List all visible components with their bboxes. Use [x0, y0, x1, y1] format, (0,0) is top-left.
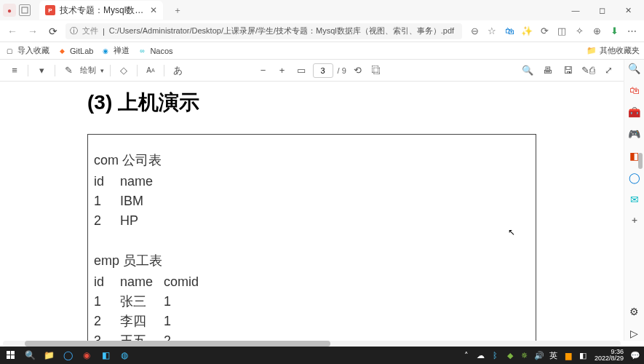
tray-app-icon[interactable]: ◆ — [504, 349, 516, 361]
address-bar-row: ← → ⟳ ⓘ 文件 | C:/Users/Administrator/Desk… — [0, 20, 644, 42]
shopping-icon[interactable]: 🛍 — [501, 23, 517, 39]
tray-volume-icon[interactable]: 🔊 — [533, 349, 545, 361]
windows-taskbar: 🔍 📁 ◯ ◉ ◧ ◍ ˄ ☁ ᛒ ◆ ✵ 🔊 英 ▆ ◧ 9:36 2022/… — [0, 347, 644, 364]
file-explorer-icon[interactable]: 📁 — [41, 348, 57, 363]
taskbar-app-1-icon[interactable]: ◯ — [60, 348, 76, 363]
tray-ime-icon[interactable]: 英 — [548, 349, 560, 361]
horizontal-scroll-thumb[interactable] — [25, 341, 330, 347]
pdf-page: (3) 上机演示 com 公司表 id name 1 IBM 2 HP — [0, 82, 624, 341]
new-tab-button[interactable]: ＋ — [169, 1, 186, 19]
favorite-icon[interactable]: ☆ — [484, 23, 500, 39]
bookmark-nacos[interactable]: ∞ Nacos — [137, 46, 172, 56]
taskbar-search-icon[interactable]: 🔍 — [22, 348, 38, 363]
address-bar[interactable]: ⓘ 文件 | C:/Users/Administrator/Desktop/上课… — [65, 23, 462, 39]
minimize-button[interactable]: — — [562, 0, 589, 20]
search-in-pdf-icon[interactable]: 🔍 — [520, 63, 535, 78]
browser-titlebar: ● P 技术专题：Mysql数据库（视图… ✕ ＋ — ◻ ✕ — [0, 0, 644, 20]
bookmark-gitlab[interactable]: ◆ GitLab — [57, 46, 93, 56]
com-h0: id — [94, 172, 120, 191]
emp-h2: comid — [164, 272, 200, 292]
browser-tab[interactable]: P 技术专题：Mysql数据库（视图… ✕ — [39, 1, 163, 20]
sidebar-add-icon[interactable]: ＋ — [630, 214, 639, 226]
page-total: / 9 — [338, 66, 346, 75]
com-row-1: 1 IBM — [94, 191, 530, 211]
notifications-icon[interactable]: 💬 — [629, 349, 641, 361]
url-path: C:/Users/Administrator/Desktop/上课录屏/学生/技… — [109, 25, 454, 36]
section-heading: (3) 上机演示 — [87, 89, 536, 116]
horizontal-scrollbar[interactable] — [3, 341, 621, 347]
info-icon[interactable]: ⓘ — [70, 25, 78, 36]
draw-label[interactable]: 绘制 — [80, 65, 96, 76]
svg-rect-1 — [7, 351, 10, 355]
gitlab-label: GitLab — [70, 47, 93, 55]
rotate-icon[interactable]: ⟲ — [351, 63, 365, 78]
taskbar-clock[interactable]: 9:36 2022/8/29 — [592, 349, 627, 362]
draw-tool-icon[interactable]: ✎ — [61, 63, 76, 78]
close-window-button[interactable]: ✕ — [615, 0, 641, 20]
fullscreen-icon[interactable]: ⤢ — [602, 63, 616, 78]
split-screen-icon[interactable]: ◫ — [554, 23, 570, 39]
profile-avatar[interactable]: ● — [3, 4, 16, 17]
refresh-button[interactable]: ⟳ — [45, 23, 61, 39]
nacos-icon: ∞ — [137, 46, 147, 56]
svg-rect-4 — [11, 355, 15, 359]
nacos-label: Nacos — [150, 47, 172, 55]
tray-bluetooth-icon[interactable]: ᛒ — [490, 349, 501, 361]
url-prefix: 文件 — [82, 25, 98, 36]
translate-icon[interactable]: あ — [170, 63, 185, 78]
folder-icon: 📁 — [587, 46, 597, 55]
draw-dropdown-icon[interactable]: ▾ — [100, 67, 104, 74]
sync-icon[interactable]: ⟳ — [536, 23, 552, 39]
mouse-cursor-icon: ↖ — [508, 227, 515, 237]
toc-icon[interactable]: ≡ — [7, 63, 22, 78]
emp-h1: name — [120, 272, 164, 292]
tab-title: 技术专题：Mysql数据库（视图… — [60, 4, 146, 17]
emp-row-3: 3 王五 2 — [94, 331, 530, 341]
tray-up-icon[interactable]: ˄ — [461, 349, 472, 361]
zoom-indicator-icon[interactable]: ⊖ — [466, 23, 482, 39]
tray-extra-icon[interactable]: ◧ — [577, 349, 589, 361]
bookmark-chandao[interactable]: ◉ 禅道 — [100, 45, 130, 56]
page-view-icon[interactable]: ⿻ — [370, 63, 384, 78]
taskbar-app-3-icon[interactable]: ◧ — [98, 348, 114, 363]
tray-network-icon[interactable]: ▆ — [562, 349, 574, 361]
taskbar-app-2-icon[interactable]: ◉ — [79, 348, 95, 363]
edge-taskbar-icon[interactable]: ◍ — [116, 348, 132, 363]
back-button[interactable]: ← — [4, 23, 20, 39]
highlight-dropdown-icon[interactable]: ▾ — [34, 63, 49, 78]
zoom-out-icon[interactable]: − — [256, 63, 271, 78]
downloads-icon[interactable]: ⬇ — [606, 23, 622, 39]
forward-button: → — [25, 23, 41, 39]
start-button[interactable] — [3, 348, 19, 363]
chandao-icon: ◉ — [100, 46, 111, 56]
collections-icon[interactable]: ⊕ — [589, 23, 605, 39]
maximize-button[interactable]: ◻ — [589, 0, 615, 20]
fit-page-icon[interactable]: ▭ — [294, 63, 309, 78]
text-size-icon[interactable]: AA — [143, 63, 158, 78]
pdf-file-icon: P — [45, 5, 55, 15]
clock-date: 2022/8/29 — [595, 355, 624, 362]
url-divider: | — [103, 27, 105, 36]
tray-onedrive-icon[interactable]: ☁ — [475, 349, 487, 361]
other-bookmarks[interactable]: 其他收藏夹 — [600, 45, 640, 56]
app-menu-icon[interactable] — [19, 4, 31, 16]
import-bookmarks[interactable]: ▢ 导入收藏 — [4, 45, 49, 56]
erase-icon[interactable]: ◇ — [116, 63, 131, 78]
print-icon[interactable]: 🖶 — [541, 63, 555, 78]
save-icon[interactable]: 🖫 — [561, 63, 576, 78]
settings-menu-icon[interactable]: ⋯ — [624, 23, 640, 39]
page-number-input[interactable] — [313, 63, 333, 78]
copilot-icon[interactable]: ✨ — [519, 23, 535, 39]
pdf-viewport[interactable]: (3) 上机演示 com 公司表 id name 1 IBM 2 HP — [0, 82, 624, 341]
vertical-scroll-thumb[interactable] — [638, 153, 643, 169]
tab-close-icon[interactable]: ✕ — [150, 5, 157, 15]
tray-wechat-icon[interactable]: ✵ — [519, 349, 530, 361]
zoom-in-icon[interactable]: + — [275, 63, 290, 78]
vertical-scrollbar[interactable] — [638, 73, 643, 335]
svg-rect-3 — [7, 355, 10, 359]
bookmarks-bar: ▢ 导入收藏 ◆ GitLab ◉ 禅道 ∞ Nacos 📁 其他收藏夹 — [0, 42, 644, 60]
example-box: com 公司表 id name 1 IBM 2 HP emp 员工表 id — [87, 134, 536, 341]
save-as-icon[interactable]: ✎⎙ — [581, 63, 596, 78]
svg-rect-0 — [22, 7, 28, 13]
extensions-icon[interactable]: ✧ — [571, 23, 587, 39]
